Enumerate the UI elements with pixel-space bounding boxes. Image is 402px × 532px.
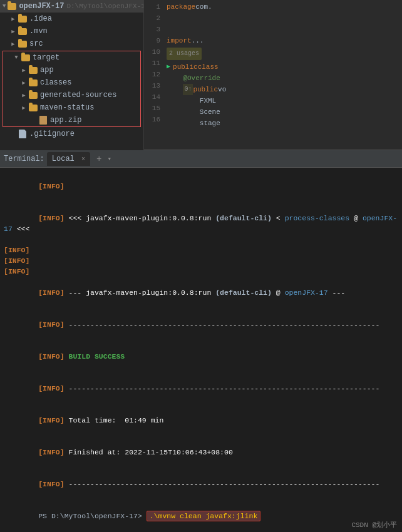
code-line-12: 0↑ public vo	[167, 84, 399, 95]
idea-folder-icon	[18, 14, 28, 24]
app-folder-icon	[28, 65, 38, 75]
top-section: ▼ openJFX-17 D:\MyTool\openJFX-17 ▶ .ide…	[0, 0, 402, 150]
target-label: target	[33, 53, 59, 62]
t-line-1: [INFO]	[4, 170, 398, 202]
watermark: CSDN @划小平	[351, 520, 397, 529]
t-line-sep2: [INFO] ---------------------------------…	[4, 372, 398, 404]
tree-item-src[interactable]: ▶ src	[0, 38, 143, 50]
tree-item-appzip[interactable]: ▶ app.zip	[3, 114, 140, 126]
target-box: ▼ target ▶ app ▶ classes	[3, 51, 141, 127]
t-line-finished1: [INFO] Finished at: 2022-11-15T10:06:43+…	[4, 436, 398, 468]
tree-item-maven-status[interactable]: ▶ maven-status	[3, 101, 140, 114]
generated-sources-label: generated-sources	[40, 91, 116, 100]
code-panel: 1 2 3 9 10 11 12 13 14 15 16 package com…	[144, 0, 402, 150]
tree-item-generated-sources[interactable]: ▶ generated-sources	[3, 89, 140, 101]
code-line-1: package com.	[167, 1, 399, 13]
tree-root[interactable]: ▼ openJFX-17 D:\MyTool\openJFX-17	[0, 0, 143, 13]
tree-item-mvn[interactable]: ▶ .mvn	[0, 25, 143, 38]
usages-line: 2 usages	[167, 48, 399, 60]
tab-close-btn[interactable]: ×	[81, 156, 85, 163]
idea-chevron: ▶	[10, 16, 16, 22]
root-folder-icon	[7, 1, 17, 11]
generated-sources-folder-icon	[28, 90, 38, 100]
src-chevron: ▶	[10, 41, 16, 47]
t-line-2: [INFO] <<< javafx-maven-plugin:0.0.8:run…	[4, 202, 398, 245]
code-line-3	[167, 24, 399, 35]
classes-folder-icon	[28, 78, 38, 88]
gitignore-file-icon	[18, 129, 28, 139]
root-path: D:\MyTool\openJFX-17	[66, 3, 144, 10]
appzip-icon	[38, 115, 48, 125]
code-line-13: FXML	[167, 95, 399, 106]
tab-chevron-down[interactable]: ▾	[105, 155, 113, 163]
code-line-16	[167, 129, 399, 140]
command-highlight: .\mvnw clean javafx:jlink	[147, 511, 261, 521]
tab-add-btn[interactable]: +	[93, 154, 105, 164]
t-line-time1: [INFO] Total time: 01:49 min	[4, 404, 398, 436]
tree-item-gitignore[interactable]: ▶ .gitignore	[0, 128, 143, 140]
file-tree-panel: ▼ openJFX-17 D:\MyTool\openJFX-17 ▶ .ide…	[0, 0, 144, 150]
code-line-15: stage	[167, 118, 399, 129]
target-folder-icon	[21, 53, 31, 63]
main-layout: ▼ openJFX-17 D:\MyTool\openJFX-17 ▶ .ide…	[0, 0, 402, 532]
t-line-6: [INFO] --- javafx-maven-plugin:0.0.8:run…	[4, 277, 398, 309]
maven-status-chevron: ▶	[21, 105, 27, 111]
code-line-14: Scene	[167, 106, 399, 118]
t-line-cmd: PS D:\MyTool\openJFX-17> .\mvnw clean ja…	[4, 500, 398, 532]
app-chevron: ▶	[21, 67, 27, 73]
src-label: src	[29, 39, 43, 48]
terminal-label: Terminal:	[4, 155, 44, 163]
run-icon[interactable]: ▶	[167, 61, 170, 73]
bottom-section: Terminal: Local × + ▾ [INFO] [INFO] <<< …	[0, 150, 402, 532]
tree-item-target[interactable]: ▼ target	[3, 51, 140, 64]
root-chevron: ▼	[3, 3, 6, 9]
t-line-sep3: [INFO] ---------------------------------…	[4, 468, 398, 500]
mvn-label: .mvn	[29, 27, 48, 36]
t-line-4: [INFO]	[4, 255, 398, 266]
t-line-3: [INFO]	[4, 245, 398, 255]
code-line-11: @Override	[167, 73, 399, 84]
maven-status-folder-icon	[28, 103, 38, 113]
tree-item-classes[interactable]: ▶ classes	[3, 76, 140, 89]
t-line-success1: [INFO] BUILD SUCCESS	[4, 340, 398, 372]
generated-sources-chevron: ▶	[21, 92, 27, 98]
app-label: app	[40, 66, 54, 74]
classes-chevron: ▶	[21, 79, 27, 86]
code-line-2	[167, 13, 399, 24]
mvn-folder-icon	[18, 26, 28, 36]
tree-item-app[interactable]: ▶ app	[3, 64, 140, 76]
root-label: openJFX-17	[19, 2, 64, 11]
appzip-label: app.zip	[50, 116, 81, 125]
line-numbers: 1 2 3 9 10 11 12 13 14 15 16	[144, 0, 163, 126]
maven-status-label: maven-status	[40, 103, 94, 112]
target-chevron: ▼	[13, 54, 19, 61]
usages-badge: 2 usages	[167, 48, 202, 60]
mvn-chevron: ▶	[10, 28, 16, 34]
code-line-9: import ...	[167, 35, 399, 46]
code-line-10: ▶ public class	[167, 61, 399, 73]
classes-label: classes	[40, 78, 71, 87]
src-folder-icon	[18, 39, 28, 49]
code-area: package com. import ... 2 usages ▶ publi…	[164, 0, 402, 141]
idea-label: .idea	[29, 14, 52, 23]
terminal-tabs: Terminal: Local × + ▾	[0, 150, 402, 168]
t-line-sep1: [INFO] ---------------------------------…	[4, 309, 398, 340]
terminal-tab-local[interactable]: Local ×	[47, 152, 90, 166]
t-line-5: [INFO]	[4, 266, 398, 277]
tree-item-idea[interactable]: ▶ .idea	[0, 13, 143, 25]
gitignore-label: .gitignore	[29, 130, 75, 138]
terminal-output[interactable]: [INFO] [INFO] <<< javafx-maven-plugin:0.…	[0, 168, 402, 532]
